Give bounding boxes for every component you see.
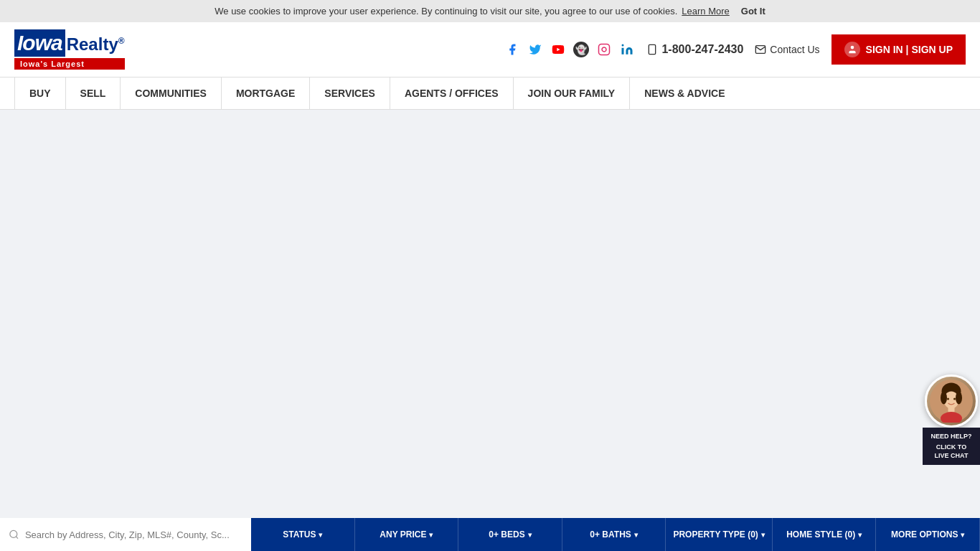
property-type-filter[interactable]: PROPERTY TYPE (0) ▾ [666, 518, 772, 551]
svg-point-7 [850, 46, 854, 50]
nav-item-buy[interactable]: BUY [14, 77, 66, 109]
nav-item-mortgage[interactable]: MORTGAGE [222, 77, 310, 109]
status-filter[interactable]: STATUS ▾ [251, 518, 355, 551]
home-style-filter[interactable]: HOME STYLE (0) ▾ [773, 518, 877, 551]
twitter-icon[interactable] [527, 42, 543, 57]
sign-in-label: SIGN IN | SIGN UP [866, 44, 953, 55]
price-filter[interactable]: ANY PRICE ▾ [355, 518, 459, 551]
facebook-icon[interactable] [504, 42, 520, 57]
main-content [0, 110, 980, 519]
chat-text-box: NEED HELP? CLICK TO LIVE CHAT [923, 428, 980, 465]
user-icon [844, 42, 860, 57]
linkedin-icon[interactable] [619, 42, 635, 57]
phone-icon [646, 44, 658, 55]
chevron-down-icon: ▾ [761, 531, 765, 539]
chat-avatar [925, 375, 978, 428]
svg-rect-13 [948, 408, 955, 412]
nav-item-news-advice[interactable]: NEWS & ADVICE [630, 77, 739, 109]
logo[interactable]: Iowa Realty® Iowa's Largest [14, 29, 125, 70]
logo-tagline: Iowa's Largest [14, 58, 125, 70]
cookie-banner: We use cookies to improve your user expe… [0, 0, 980, 22]
instagram-icon[interactable] [596, 42, 612, 57]
search-icon [9, 529, 19, 540]
phone-number: 1-800-247-2430 [661, 43, 743, 56]
nav-item-join-family[interactable]: JOIN OUR FAMILY [514, 77, 631, 109]
search-input[interactable] [25, 529, 242, 540]
search-input-area [0, 518, 251, 551]
live-chat-text: LIVE CHAT [928, 451, 974, 461]
social-icons: 👻 [504, 42, 635, 57]
click-to-text: CLICK TO [928, 443, 974, 452]
svg-point-11 [941, 392, 947, 405]
svg-point-12 [956, 392, 962, 405]
got-it-button[interactable]: Got It [741, 6, 765, 17]
chat-widget[interactable]: NEED HELP? CLICK TO LIVE CHAT [923, 375, 980, 465]
sign-in-button[interactable]: SIGN IN | SIGN UP [831, 34, 966, 65]
learn-more-link[interactable]: Learn More [682, 6, 729, 17]
nav-item-agents-offices[interactable]: AGENTS / OFFICES [390, 77, 514, 109]
svg-point-4 [622, 44, 624, 47]
contact-us-button[interactable]: Contact Us [755, 44, 819, 55]
search-bar: STATUS ▾ ANY PRICE ▾ 0+ BEDS ▾ 0+ BATHS … [0, 518, 980, 551]
need-help-text: NEED HELP? [928, 432, 974, 441]
baths-filter[interactable]: 0+ BATHS ▾ [562, 518, 666, 551]
main-navigation: BUY SELL COMMUNITIES MORTGAGE SERVICES A… [0, 77, 980, 110]
svg-line-18 [16, 537, 18, 539]
chevron-down-icon: ▾ [429, 531, 433, 539]
svg-point-17 [10, 530, 17, 537]
more-options-filter[interactable]: MORE OPTIONS ▾ [876, 518, 980, 551]
logo-iowa: Iowa [14, 29, 65, 57]
cookie-text: We use cookies to improve your user expe… [215, 6, 677, 17]
logo-realty: Realty® [67, 34, 125, 55]
contact-us-label: Contact Us [770, 44, 819, 55]
snapchat-icon[interactable]: 👻 [573, 42, 589, 57]
youtube-icon[interactable] [550, 42, 566, 57]
mail-icon [755, 44, 766, 55]
nav-item-communities[interactable]: COMMUNITIES [121, 77, 222, 109]
chevron-down-icon: ▾ [858, 531, 862, 539]
phone-button[interactable]: 1-800-247-2430 [646, 43, 743, 56]
beds-filter[interactable]: 0+ BEDS ▾ [458, 518, 562, 551]
nav-item-services[interactable]: SERVICES [310, 77, 390, 109]
chevron-down-icon: ▾ [634, 531, 638, 539]
chevron-down-icon: ▾ [961, 531, 964, 539]
chevron-down-icon: ▾ [528, 531, 532, 539]
header-right: 👻 1-800-247-2430 Contact Us SIGN IN | SI… [504, 34, 966, 65]
svg-point-16 [953, 398, 956, 400]
svg-point-15 [947, 398, 949, 400]
svg-rect-3 [622, 48, 624, 55]
chevron-down-icon: ▾ [319, 531, 322, 539]
nav-item-sell[interactable]: SELL [66, 77, 121, 109]
svg-rect-1 [599, 44, 610, 55]
top-header: Iowa Realty® Iowa's Largest 👻 [0, 22, 980, 77]
